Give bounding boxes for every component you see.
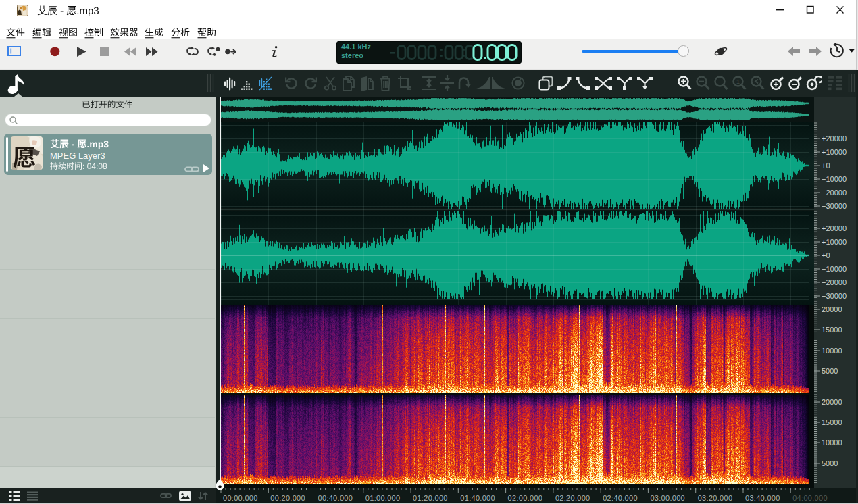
svg-text:+20000: +20000 <box>822 134 847 143</box>
svg-text:+10000: +10000 <box>822 238 847 246</box>
svg-text:1: 1 <box>736 78 740 85</box>
svg-text:+20000: +20000 <box>822 224 847 232</box>
svg-text:+0: +0 <box>822 251 830 259</box>
svg-text:5000: 5000 <box>822 367 838 375</box>
svg-text:−10000: −10000 <box>822 175 847 183</box>
svg-text:+0: +0 <box>822 161 830 170</box>
svg-text:15000: 15000 <box>822 418 842 426</box>
svg-text:15000: 15000 <box>822 326 842 334</box>
svg-text:−20000: −20000 <box>822 278 847 286</box>
svg-text:−30000: −30000 <box>822 292 847 300</box>
svg-text:−30000: −30000 <box>822 202 847 210</box>
svg-text:−10000: −10000 <box>822 265 847 273</box>
svg-text:+10000: +10000 <box>822 148 847 156</box>
svg-text:10000: 10000 <box>822 347 842 355</box>
svg-text:5000: 5000 <box>822 459 838 468</box>
svg-text:10000: 10000 <box>822 438 842 447</box>
svg-text:−20000: −20000 <box>822 188 847 197</box>
svg-text:20000: 20000 <box>822 398 842 406</box>
svg-text:20000: 20000 <box>822 305 842 313</box>
